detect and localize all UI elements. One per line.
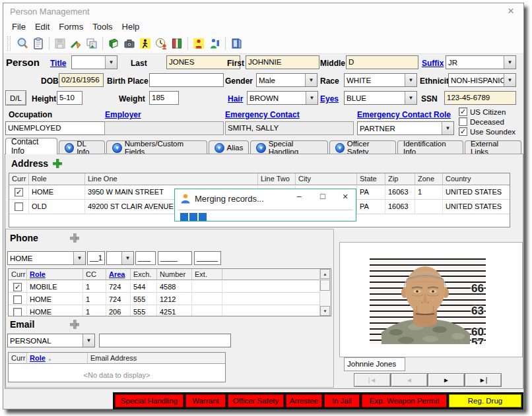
- middle-input[interactable]: D: [346, 55, 418, 69]
- col-zip[interactable]: Zip: [385, 173, 415, 185]
- phone-number-input[interactable]: ____: [158, 251, 192, 265]
- clipboard-icon[interactable]: [30, 36, 46, 51]
- curr-checkbox[interactable]: [13, 308, 22, 316]
- employer-input[interactable]: [104, 121, 224, 135]
- eyes-select[interactable]: BLUE▼: [344, 91, 417, 105]
- suffix-link[interactable]: Suffix: [422, 59, 444, 68]
- dl-button[interactable]: D/L: [5, 90, 26, 105]
- email-role-select[interactable]: PERSONAL▼: [7, 334, 95, 347]
- col-state[interactable]: State: [357, 173, 385, 185]
- maximize-icon[interactable]: □: [316, 191, 329, 201]
- col-curr[interactable]: Curr: [9, 173, 29, 185]
- col-ext[interactable]: Ext.: [192, 269, 222, 280]
- menu-tools[interactable]: Tools: [88, 20, 117, 33]
- hair-select[interactable]: BROWN▼: [247, 91, 318, 105]
- flag-special-handling[interactable]: Special Handling: [115, 394, 183, 407]
- weight-input[interactable]: 185: [149, 91, 179, 105]
- subject-approve-icon[interactable]: [207, 36, 222, 51]
- scroll-down-icon[interactable]: ▼: [320, 306, 330, 316]
- ethnicity-select[interactable]: NON-HISPANIC▼: [448, 73, 516, 87]
- chevron-down-icon[interactable]: ▼: [442, 122, 453, 134]
- emergency-contact-role-select[interactable]: PARTNER▼: [357, 121, 454, 135]
- title-link[interactable]: Title: [50, 59, 66, 68]
- first-input[interactable]: JOHNNIE: [246, 55, 319, 69]
- hair-link[interactable]: Hair: [228, 94, 243, 104]
- race-select[interactable]: WHITE▼: [344, 73, 417, 87]
- emergency-contact-link[interactable]: Emergency Contact: [225, 110, 300, 119]
- col-zone[interactable]: Zone: [415, 173, 443, 185]
- emergency-contact-input[interactable]: SMITH, SALLY: [225, 121, 354, 135]
- phone-exch-input[interactable]: ___: [135, 251, 156, 265]
- chevron-down-icon[interactable]: ▼: [305, 74, 317, 86]
- col-area[interactable]: Area: [106, 269, 131, 280]
- gender-select[interactable]: Male▼: [256, 73, 317, 87]
- deceased-checkbox[interactable]: [459, 117, 467, 126]
- col-city[interactable]: City: [296, 173, 357, 185]
- chevron-down-icon[interactable]: ▼: [105, 56, 117, 69]
- previous-record-button[interactable]: ◄: [391, 373, 428, 387]
- us-citizen-checkbox[interactable]: ✓: [459, 107, 467, 116]
- next-record-button[interactable]: ►: [428, 373, 465, 387]
- menu-help[interactable]: Help: [117, 20, 145, 33]
- tab-external-links[interactable]: External Links: [465, 140, 521, 154]
- address-book-icon[interactable]: [106, 36, 121, 51]
- chevron-down-icon[interactable]: ▼: [405, 74, 416, 86]
- tab-officer-safety[interactable]: ▼Officer Safety: [329, 140, 396, 154]
- col-role[interactable]: Role ▲: [27, 353, 88, 364]
- first-record-button[interactable]: |◄: [354, 373, 391, 387]
- email-address-input[interactable]: [99, 334, 231, 347]
- save-icon[interactable]: [52, 36, 68, 51]
- curr-checkbox[interactable]: ✓: [15, 188, 23, 196]
- last-record-button[interactable]: ►|: [465, 373, 502, 387]
- sweep-icon[interactable]: [68, 36, 84, 51]
- curr-checkbox[interactable]: [13, 295, 22, 304]
- flag-officer-safety[interactable]: Officer Safety: [228, 394, 284, 407]
- chevron-down-icon[interactable]: ▼: [306, 92, 317, 104]
- birth-place-input[interactable]: [149, 73, 224, 87]
- occupation-input[interactable]: UNEMPLOYED: [5, 121, 106, 135]
- emergency-contact-role-link[interactable]: Emergency Contact Role: [357, 110, 451, 119]
- close-icon[interactable]: ×: [508, 5, 514, 18]
- phone-row[interactable]: ✓ MOBILE 1 724 544 4588: [9, 280, 320, 293]
- col-curr[interactable]: Curr: [9, 269, 27, 280]
- tab-contact-info[interactable]: Contact Info: [5, 138, 57, 154]
- employer-link[interactable]: Employer: [105, 110, 141, 119]
- chevron-down-icon[interactable]: ▼: [73, 252, 85, 264]
- add-address-icon[interactable]: [53, 159, 62, 168]
- chevron-down-icon[interactable]: ▼: [83, 334, 94, 347]
- menu-edit[interactable]: Edit: [30, 20, 54, 33]
- scroll-up-icon[interactable]: ▲: [320, 269, 330, 279]
- curr-checkbox[interactable]: [15, 202, 23, 211]
- phone-ext-input[interactable]: _____: [194, 251, 221, 265]
- ssn-input[interactable]: 123-45-6789: [444, 91, 516, 105]
- flag-arrestee[interactable]: Arrestee: [286, 394, 322, 407]
- tab-dl-info[interactable]: ▼DL Info: [59, 140, 105, 154]
- schedule-icon[interactable]: [153, 36, 169, 51]
- exit-door-icon[interactable]: [228, 36, 244, 51]
- flag-reg-drug[interactable]: Reg. Drug: [449, 394, 521, 407]
- scrollbar-thumb[interactable]: [320, 280, 330, 291]
- flag-in-jail[interactable]: In Jail: [324, 394, 360, 407]
- col-role[interactable]: Role: [27, 269, 83, 280]
- menu-file[interactable]: File: [7, 20, 30, 33]
- phone-row[interactable]: HOME 1 724 555 1212: [9, 293, 320, 305]
- col-line-two[interactable]: Line Two: [258, 173, 296, 185]
- phone-cc-input[interactable]: __1: [87, 251, 105, 265]
- add-email-icon[interactable]: [70, 320, 79, 329]
- phone-role-select[interactable]: HOME▼: [7, 251, 86, 265]
- col-line-one[interactable]: Line One: [85, 173, 258, 185]
- phone-scrollbar[interactable]: ▲ ▼: [319, 269, 331, 316]
- subject-alert-icon[interactable]: [191, 36, 207, 51]
- phone-row[interactable]: HOME 1 206 555 4251: [9, 305, 320, 316]
- search-icon[interactable]: [15, 36, 30, 51]
- dob-input[interactable]: 02/16/1956: [59, 73, 104, 87]
- tab-numbers-custom-fields[interactable]: ▼Numbers/Custom Fields: [106, 140, 207, 154]
- col-curr[interactable]: Curr: [9, 353, 27, 364]
- tab-special-handling[interactable]: ▼Special Handling: [250, 140, 327, 154]
- flag-warrant[interactable]: Warrant: [185, 394, 226, 407]
- curr-checkbox[interactable]: ✓: [13, 283, 22, 291]
- tab-alias[interactable]: ▼Alias: [209, 140, 249, 154]
- menu-forms[interactable]: Forms: [54, 20, 88, 33]
- chevron-down-icon[interactable]: ▼: [405, 92, 416, 104]
- copy-photo-icon[interactable]: [84, 36, 100, 51]
